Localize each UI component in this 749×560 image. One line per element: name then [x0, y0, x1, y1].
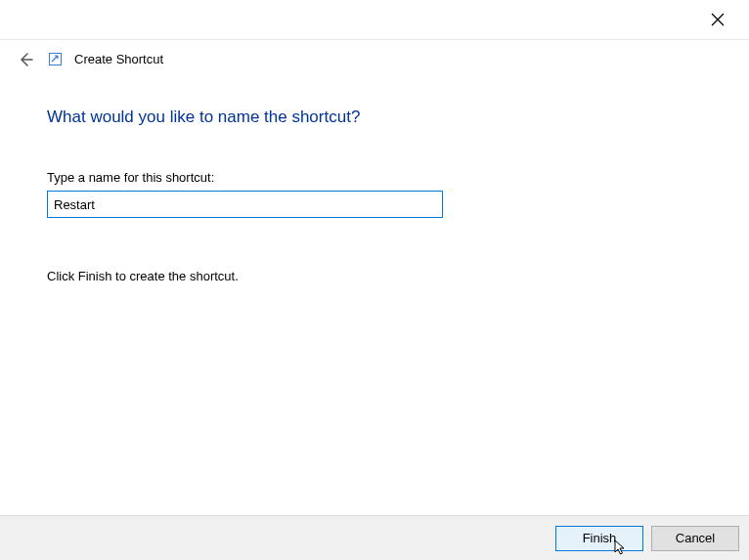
page-heading: What would you like to name the shortcut…	[47, 108, 749, 127]
title-bar	[0, 0, 749, 39]
shortcut-name-input[interactable]	[47, 191, 443, 218]
wizard-content: What would you like to name the shortcut…	[0, 78, 749, 283]
wizard-title: Create Shortcut	[74, 52, 163, 66]
arrow-left-icon	[18, 52, 33, 67]
wizard-footer: Finish Cancel	[0, 515, 749, 560]
close-icon	[711, 13, 725, 26]
shortcut-icon	[47, 52, 63, 67]
close-button[interactable]	[706, 8, 729, 31]
back-button[interactable]	[16, 50, 35, 69]
name-field-label: Type a name for this shortcut:	[47, 170, 749, 185]
wizard-header: Create Shortcut	[0, 39, 749, 78]
cancel-button[interactable]: Cancel	[651, 526, 739, 551]
svg-rect-2	[49, 54, 61, 65]
hint-text: Click Finish to create the shortcut.	[47, 269, 749, 283]
finish-button[interactable]: Finish	[555, 526, 643, 551]
